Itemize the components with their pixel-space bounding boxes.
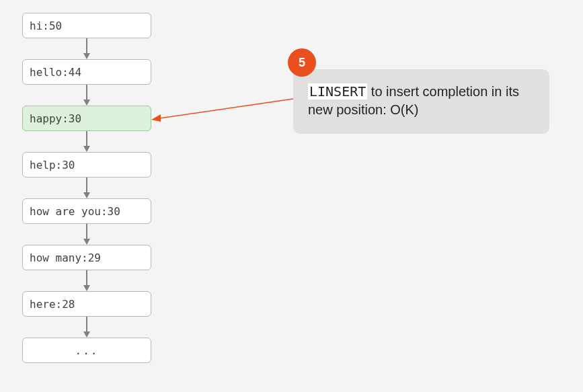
svg-marker-7 [83, 192, 90, 198]
arrow-down-icon [22, 317, 151, 338]
arrow-down-icon [22, 131, 151, 152]
node-label: hello:44 [30, 66, 81, 79]
list-node-highlighted: happy:30 [22, 106, 151, 131]
svg-marker-1 [83, 53, 90, 59]
svg-marker-9 [83, 239, 90, 245]
callout-box: LINSERT to insert completion in its new … [293, 69, 549, 134]
arrow-down-icon [22, 85, 151, 106]
step-badge: 5 [288, 48, 316, 77]
svg-marker-13 [83, 331, 90, 338]
svg-marker-5 [83, 146, 90, 152]
node-label: here:28 [30, 298, 75, 311]
pointer-arrow-icon [151, 97, 296, 124]
node-label: how are you:30 [30, 205, 120, 218]
command-code: LINSERT [308, 83, 367, 100]
node-label: how many:29 [30, 251, 101, 264]
list-node: here:28 [22, 291, 151, 317]
list-node-ellipsis: ... [22, 338, 151, 363]
arrow-down-icon [22, 224, 151, 245]
arrow-down-icon [22, 178, 151, 198]
svg-marker-3 [83, 100, 90, 106]
node-label: happy:30 [30, 112, 81, 125]
list-node: how many:29 [22, 245, 151, 270]
svg-line-14 [159, 99, 293, 118]
node-label: hi:50 [30, 19, 62, 32]
arrow-down-icon [22, 38, 151, 59]
list-node: hi:50 [22, 13, 151, 38]
linked-list: hi:50 hello:44 happy:30 help:30 how are … [22, 13, 151, 363]
node-label: help:30 [30, 159, 75, 171]
node-label: ... [75, 344, 99, 357]
step-number: 5 [299, 56, 305, 70]
list-node: help:30 [22, 152, 151, 178]
list-node: hello:44 [22, 59, 151, 85]
arrow-down-icon [22, 270, 151, 291]
svg-marker-15 [151, 114, 161, 122]
list-node: how are you:30 [22, 198, 151, 224]
svg-marker-11 [83, 285, 90, 291]
